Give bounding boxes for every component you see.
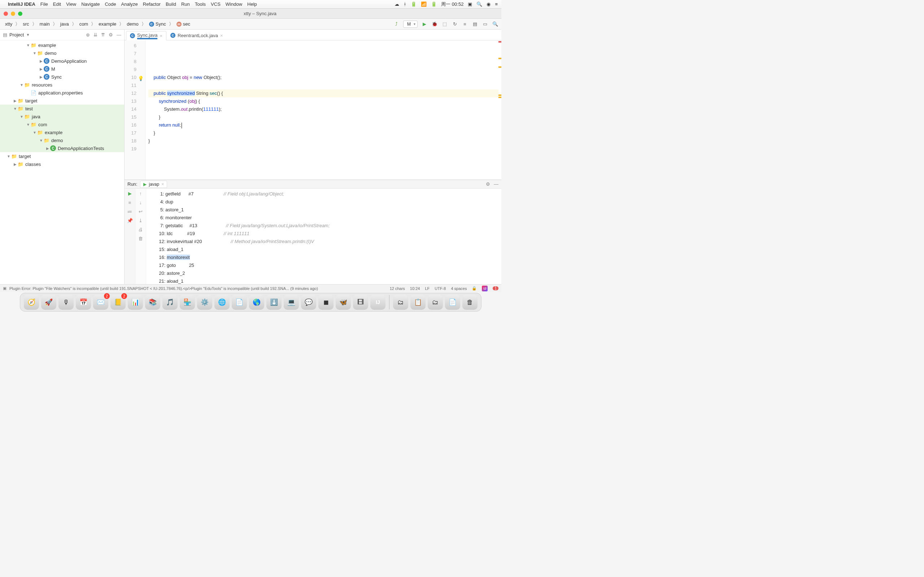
console-line[interactable]: 16: monitorexit bbox=[150, 253, 498, 261]
collapse-all-icon[interactable]: ⇈ bbox=[101, 32, 105, 37]
dock-app-14[interactable]: ⬇️ bbox=[267, 295, 281, 310]
code-line-18[interactable] bbox=[149, 153, 498, 161]
hide-panel-icon[interactable]: — bbox=[116, 32, 121, 37]
caret-position[interactable]: 10:24 bbox=[410, 286, 420, 291]
tree-node-application.properties[interactable]: 📄application.properties bbox=[0, 89, 124, 97]
editor-tab-sync-java[interactable]: CSync.java× bbox=[126, 31, 166, 40]
line-separator[interactable]: LF bbox=[425, 286, 430, 291]
dock-app-13[interactable]: 🌎 bbox=[249, 295, 264, 310]
clock[interactable]: 周一 00:52 bbox=[441, 1, 464, 8]
tree-node-resources[interactable]: ▼📁resources bbox=[0, 81, 124, 89]
menu-navigate[interactable]: Navigate bbox=[81, 2, 100, 7]
code-line-12[interactable]: System.out.println(111111); bbox=[149, 105, 498, 113]
run-button-icon[interactable]: ▶ bbox=[421, 21, 428, 27]
bluetooth-icon[interactable]: ᚼ bbox=[404, 2, 406, 7]
app-name[interactable]: IntelliJ IDEA bbox=[8, 2, 36, 7]
console-line[interactable]: 5: astore_1 bbox=[150, 206, 498, 214]
tree-node-demoapplicationtests[interactable]: ▶CDemoApplicationTests bbox=[0, 144, 124, 152]
tree-node-example[interactable]: ▼📁example bbox=[0, 128, 124, 136]
dock-extra-4[interactable]: 🗑 bbox=[462, 295, 478, 310]
console-line[interactable]: 12: invokevirtual #20 // Method java/io/… bbox=[150, 238, 498, 246]
input-source-icon[interactable]: ▣ bbox=[468, 2, 472, 7]
close-tab-icon[interactable]: × bbox=[160, 33, 162, 39]
menu-build[interactable]: Build bbox=[166, 2, 176, 7]
layout-button-icon[interactable]: ▤ bbox=[472, 21, 478, 27]
read-only-lock-icon[interactable]: 🔒 bbox=[472, 286, 477, 291]
file-encoding[interactable]: UTF-8 bbox=[435, 286, 446, 291]
menu-tools[interactable]: Tools bbox=[195, 2, 206, 7]
code-line-16[interactable]: } bbox=[149, 137, 498, 145]
profiler-button-icon[interactable]: ↻ bbox=[452, 21, 458, 27]
wechat-status-icon[interactable]: ☁ bbox=[394, 2, 399, 7]
run-config-selector[interactable]: M bbox=[403, 21, 418, 28]
error-stripe[interactable] bbox=[498, 40, 501, 180]
search-everywhere-icon[interactable]: 🔍 bbox=[492, 21, 498, 27]
tool-windows-icon[interactable]: ▣ bbox=[3, 286, 6, 291]
dock-app-16[interactable]: 💬 bbox=[301, 295, 316, 310]
siri-icon[interactable]: ◉ bbox=[486, 2, 491, 7]
menu-help[interactable]: Help bbox=[247, 2, 257, 7]
hide-run-panel-icon[interactable]: — bbox=[494, 181, 498, 187]
minimize-window-button[interactable] bbox=[11, 11, 15, 16]
notification-center-icon[interactable]: ≡ bbox=[495, 2, 498, 7]
code-line-8[interactable]: public Object obj = new Object(); bbox=[149, 74, 498, 82]
tree-node-java[interactable]: ▼📁java bbox=[0, 113, 124, 121]
breadcrumb-src[interactable]: src bbox=[21, 21, 31, 27]
menu-run[interactable]: Run bbox=[181, 2, 190, 7]
editor-code-area[interactable]: public Object obj = new Object(); public… bbox=[145, 40, 501, 180]
dock-app-20[interactable]: IJ bbox=[370, 295, 386, 310]
breadcrumb-sec[interactable]: m sec bbox=[174, 21, 192, 27]
run-settings-gear-icon[interactable]: ⚙ bbox=[486, 181, 490, 187]
dock-app-3[interactable]: 📅 bbox=[76, 295, 91, 310]
dock-app-18[interactable]: 🦋 bbox=[336, 295, 351, 310]
clear-all-icon[interactable]: 🗑 bbox=[138, 236, 143, 241]
event-log-icon[interactable]: ▭ bbox=[482, 21, 488, 27]
breadcrumb-main[interactable]: main bbox=[37, 21, 52, 27]
dock-app-11[interactable]: 🌐 bbox=[215, 295, 229, 310]
dock-app-6[interactable]: 📊 bbox=[128, 295, 143, 310]
close-run-tab-icon[interactable]: × bbox=[162, 182, 164, 187]
indent-info[interactable]: 4 spaces bbox=[451, 286, 467, 291]
menu-window[interactable]: Window bbox=[226, 2, 242, 7]
code-line-19[interactable] bbox=[149, 161, 498, 169]
breadcrumb-java[interactable]: java bbox=[58, 21, 71, 27]
breadcrumb-example[interactable]: example bbox=[96, 21, 118, 27]
menu-refactor[interactable]: Refactor bbox=[143, 2, 161, 7]
layout-icon[interactable]: ≔ bbox=[128, 209, 132, 214]
dock-extra-2[interactable]: 🗂 bbox=[428, 295, 443, 310]
console-line[interactable]: 21: aload_1 bbox=[150, 277, 498, 284]
dock-extra-3[interactable]: 📄 bbox=[445, 295, 460, 310]
tree-node-demoapplication[interactable]: ▶CDemoApplication bbox=[0, 57, 124, 65]
editor-tabs[interactable]: CSync.java×CReentrantLock.java× bbox=[124, 29, 501, 40]
console-output[interactable]: 1: getfield #7 // Field obj:Ljava/lang/O… bbox=[146, 189, 501, 284]
battery-icon[interactable]: 🔋 bbox=[411, 2, 417, 7]
close-tab-icon[interactable]: × bbox=[220, 33, 223, 38]
menu-view[interactable]: View bbox=[66, 2, 76, 7]
run-tab[interactable]: ▶ javap × bbox=[140, 181, 167, 188]
tree-node-demo[interactable]: ▼📁demo bbox=[0, 49, 124, 57]
code-line-7[interactable] bbox=[149, 66, 498, 74]
tree-node-sync[interactable]: ▶CSync bbox=[0, 73, 124, 81]
console-line[interactable]: 1: getfield #7 // Field obj:Ljava/lang/O… bbox=[150, 190, 498, 198]
tree-node-com[interactable]: ▼📁com bbox=[0, 121, 124, 128]
up-stack-icon[interactable]: ↑ bbox=[139, 191, 142, 196]
dock-extra-1[interactable]: 📋 bbox=[410, 295, 426, 310]
tree-node-test[interactable]: ▼📁test bbox=[0, 105, 124, 113]
editor[interactable]: 678910💡111213141516171819 public Object … bbox=[124, 40, 501, 180]
breadcrumb-xtty[interactable]: xtty bbox=[3, 21, 15, 27]
dock-app-19[interactable]: 🎞 bbox=[353, 295, 368, 310]
menu-code[interactable]: Code bbox=[105, 2, 116, 7]
breadcrumb-sync[interactable]: C Sync bbox=[147, 21, 168, 27]
down-stack-icon[interactable]: ↓ bbox=[139, 200, 142, 205]
tree-node-classes[interactable]: ▶📁classes bbox=[0, 160, 124, 168]
code-line-17[interactable] bbox=[149, 145, 498, 153]
settings-gear-icon[interactable]: ⚙ bbox=[109, 32, 113, 37]
build-hammer-icon[interactable]: ⤴ bbox=[393, 21, 399, 27]
dock-app-8[interactable]: 🎵 bbox=[162, 295, 178, 310]
stop-run-icon[interactable]: ■ bbox=[129, 200, 131, 205]
zoom-window-button[interactable] bbox=[18, 11, 23, 16]
code-line-9[interactable] bbox=[149, 82, 498, 89]
project-tree[interactable]: ▼📁example▼📁demo▶CDemoApplication▶CM▶CSyn… bbox=[0, 40, 124, 284]
breadcrumb-com[interactable]: com bbox=[77, 21, 90, 27]
dock-app-9[interactable]: 🏪 bbox=[180, 295, 195, 310]
